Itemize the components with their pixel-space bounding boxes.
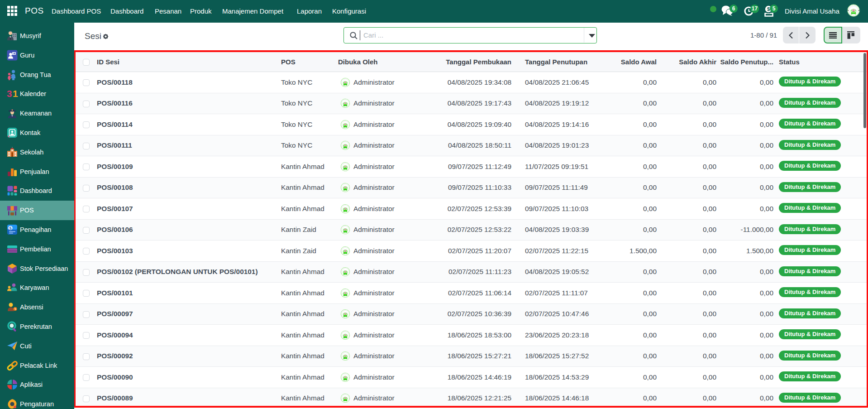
- svg-text:3: 3: [7, 88, 12, 99]
- svg-text:1: 1: [13, 88, 18, 99]
- svg-text:$: $: [9, 226, 12, 231]
